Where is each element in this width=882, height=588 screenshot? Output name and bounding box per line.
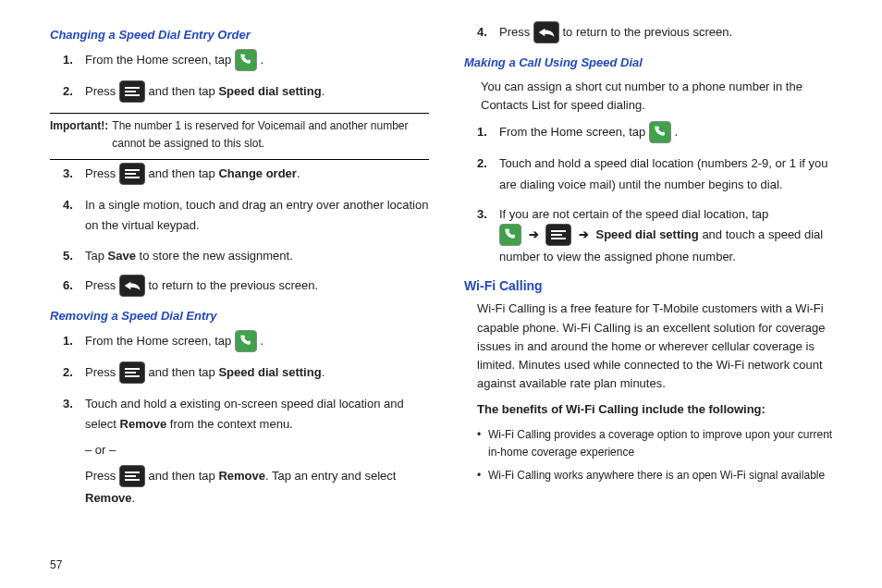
step-number: 1. (477, 122, 487, 142)
step-text: . (132, 491, 136, 505)
menu-icon (545, 224, 571, 246)
step-text: Press (499, 25, 533, 39)
step-text: . (674, 126, 678, 140)
divider (50, 113, 429, 114)
step-text: . (260, 334, 263, 348)
step-text: . (260, 54, 263, 67)
step-text: . (297, 167, 300, 181)
heading-wifi-calling: Wi-Fi Calling (464, 276, 843, 297)
note-label: Important!: (50, 117, 108, 152)
step-text: From the Home screen, tap (85, 54, 235, 67)
step: 1. From the Home screen, tap . (68, 50, 429, 72)
step-text: to return to the previous screen. (148, 278, 318, 292)
step: 2. Touch and hold a speed dial location … (483, 153, 843, 194)
menu-icon (119, 80, 145, 103)
steps-change-order: 1. From the Home screen, tap . 2. Press … (50, 50, 429, 104)
step: 5. Tap Save to store the new assignment. (68, 246, 429, 266)
step-text: and then tap (148, 167, 218, 181)
step-text: Press (85, 469, 119, 483)
bold-text: Remove (85, 491, 132, 505)
step: 3. If you are not certain of the speed d… (483, 204, 843, 267)
menu-icon (119, 465, 145, 487)
left-column: Changing a Speed Dial Entry Order 1. Fro… (50, 22, 429, 518)
step-text: Tap (85, 249, 108, 263)
step-number: 4. (63, 195, 73, 215)
step: 2. Press and then tap Speed dial setting… (68, 362, 429, 385)
step-text: from the context menu. (170, 417, 293, 431)
manual-page: Changing a Speed Dial Entry Order 1. Fro… (0, 0, 882, 527)
important-note: Important!: The number 1 is reserved for… (50, 117, 429, 152)
list-item: Wi-Fi Calling works anywhere there is an… (477, 467, 843, 484)
or-text: – or – (85, 440, 429, 460)
bold-text: Speed dial setting (596, 227, 699, 241)
right-column: 4. Press to return to the previous scree… (464, 22, 843, 518)
step-text: to store the new assignment. (140, 249, 293, 263)
step-text: . (322, 365, 325, 379)
intro-text: You can assign a short cut number to a p… (481, 78, 843, 115)
step-text: to return to the previous screen. (562, 25, 732, 39)
step-number: 3. (63, 394, 73, 414)
step-text: Press (85, 85, 119, 99)
step-number: 5. (63, 246, 73, 266)
phone-icon (499, 224, 521, 246)
step-text: From the Home screen, tap (85, 334, 235, 348)
bold-text: Remove (218, 469, 265, 483)
bold-text: Speed dial setting (218, 85, 321, 99)
steps-speed-dial: 1. From the Home screen, tap . 2. Touch … (464, 122, 843, 266)
list-item: Wi-Fi Calling provides a coverage option… (477, 426, 843, 460)
step: 4. In a single motion, touch and drag an… (68, 195, 429, 236)
steps-remove: 1. From the Home screen, tap . 2. Press … (50, 331, 429, 508)
step-text: and then tap (148, 365, 218, 379)
bold-text: Change order (218, 167, 297, 181)
arrow-icon: ➔ (525, 227, 543, 241)
back-icon (533, 21, 559, 43)
step-text: Touch and hold a speed dial location (nu… (499, 156, 828, 190)
step-text: and then tap (148, 85, 218, 99)
page-number: 57 (50, 558, 62, 571)
bold-text: Save (108, 249, 136, 263)
step-text: Press (85, 278, 119, 292)
step-text: and then tap (148, 469, 218, 483)
step-text: . Tap an entry and select (265, 469, 396, 483)
step: 1. From the Home screen, tap . (68, 331, 429, 353)
bold-text: Remove (120, 417, 167, 431)
heading-remove: Removing a Speed Dial Entry (50, 307, 429, 325)
note-text: The number 1 is reserved for Voicemail a… (112, 117, 429, 152)
step-number: 6. (63, 276, 73, 296)
phone-icon (649, 121, 671, 143)
step: 3. Press and then tap Change order. (68, 164, 429, 186)
phone-icon (235, 49, 257, 71)
step: 1. From the Home screen, tap . (483, 122, 843, 144)
step-text: If you are not certain of the speed dial… (499, 207, 768, 221)
step-number: 1. (63, 331, 73, 351)
wifi-benefits-heading: The benefits of Wi-Fi Calling include th… (477, 400, 843, 419)
step: 2. Press and then tap Speed dial setting… (68, 81, 429, 104)
arrow-icon: ➔ (575, 227, 593, 241)
steps-remove-cont: 4. Press to return to the previous scree… (464, 22, 843, 44)
step-text: In a single motion, touch and drag an en… (85, 198, 428, 232)
step-number: 2. (63, 362, 73, 383)
step: 4. Press to return to the previous scree… (483, 22, 843, 44)
step-number: 3. (63, 164, 73, 184)
heading-change-order: Changing a Speed Dial Entry Order (50, 26, 429, 44)
steps-change-order-cont: 3. Press and then tap Change order. 4. I… (50, 164, 429, 297)
heading-speed-dial-call: Making a Call Using Speed Dial (464, 54, 843, 72)
step-number: 2. (63, 81, 73, 102)
divider (50, 159, 429, 160)
bold-text: Speed dial setting (218, 365, 321, 379)
step-text: . (322, 85, 325, 99)
phone-icon (235, 330, 257, 352)
menu-icon (119, 163, 145, 185)
step-text: Press (85, 167, 119, 181)
step-number: 1. (63, 50, 73, 70)
step: 3. Touch and hold a existing on-screen s… (68, 394, 429, 508)
step-text: From the Home screen, tap (499, 126, 649, 140)
step-number: 3. (477, 204, 487, 225)
step-number: 4. (477, 22, 487, 43)
back-icon (119, 275, 145, 297)
wifi-paragraph: Wi-Fi Calling is a free feature for T-Mo… (477, 300, 843, 393)
step: 6. Press to return to the previous scree… (68, 276, 429, 298)
wifi-benefits-list: Wi-Fi Calling provides a coverage option… (477, 426, 843, 484)
step-text: Press (85, 365, 119, 379)
step-number: 2. (477, 153, 487, 174)
